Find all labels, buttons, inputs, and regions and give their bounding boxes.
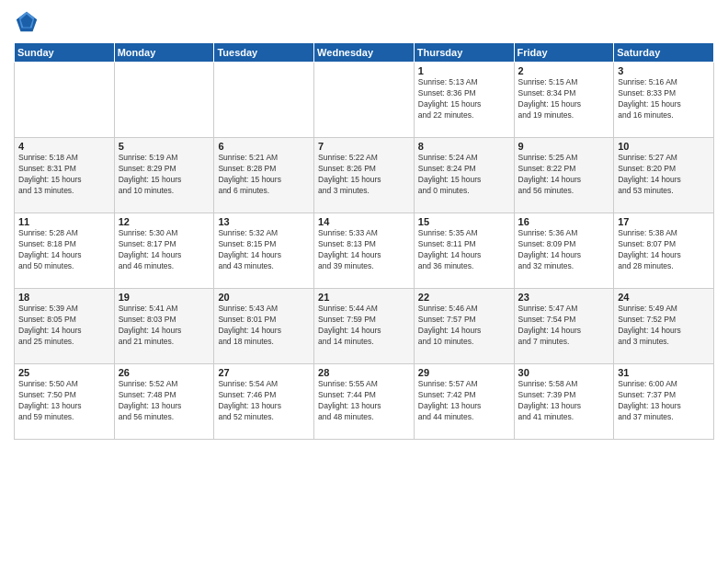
calendar-table: SundayMondayTuesdayWednesdayThursdayFrid… [14, 42, 714, 440]
day-info: Sunrise: 5:21 AM Sunset: 8:28 PM Dayligh… [218, 153, 310, 197]
day-info: Sunrise: 5:15 AM Sunset: 8:34 PM Dayligh… [518, 77, 610, 121]
calendar-cell: 13Sunrise: 5:32 AM Sunset: 8:15 PM Dayli… [214, 213, 314, 289]
day-info: Sunrise: 5:39 AM Sunset: 8:05 PM Dayligh… [18, 304, 110, 348]
calendar-cell: 29Sunrise: 5:57 AM Sunset: 7:42 PM Dayli… [414, 364, 514, 440]
calendar-cell: 15Sunrise: 5:35 AM Sunset: 8:11 PM Dayli… [414, 213, 514, 289]
weekday-header-monday: Monday [114, 43, 214, 63]
calendar-cell: 8Sunrise: 5:24 AM Sunset: 8:24 PM Daylig… [414, 138, 514, 213]
calendar-cell: 19Sunrise: 5:41 AM Sunset: 8:03 PM Dayli… [114, 289, 214, 364]
calendar-cell: 24Sunrise: 5:49 AM Sunset: 7:52 PM Dayli… [614, 289, 714, 364]
day-number: 31 [618, 367, 710, 378]
calendar-cell: 27Sunrise: 5:54 AM Sunset: 7:46 PM Dayli… [214, 364, 314, 440]
week-row-5: 25Sunrise: 5:50 AM Sunset: 7:50 PM Dayli… [15, 364, 714, 440]
day-number: 17 [618, 216, 710, 227]
day-info: Sunrise: 5:30 AM Sunset: 8:17 PM Dayligh… [119, 228, 210, 272]
week-row-1: 1Sunrise: 5:13 AM Sunset: 8:36 PM Daylig… [15, 63, 714, 138]
day-number: 5 [119, 141, 210, 152]
day-number: 24 [618, 292, 710, 303]
calendar-cell [214, 63, 314, 138]
calendar-cell [114, 63, 214, 138]
day-number: 22 [418, 292, 510, 303]
day-info: Sunrise: 5:28 AM Sunset: 8:18 PM Dayligh… [18, 228, 110, 272]
day-number: 18 [18, 292, 110, 303]
calendar-cell: 10Sunrise: 5:27 AM Sunset: 8:20 PM Dayli… [614, 138, 714, 213]
week-row-3: 11Sunrise: 5:28 AM Sunset: 8:18 PM Dayli… [15, 213, 714, 289]
weekday-header-wednesday: Wednesday [314, 43, 415, 63]
day-number: 23 [518, 292, 610, 303]
day-number: 21 [318, 292, 410, 303]
day-number: 2 [518, 65, 610, 76]
day-info: Sunrise: 5:58 AM Sunset: 7:39 PM Dayligh… [518, 379, 610, 423]
calendar-cell: 16Sunrise: 5:36 AM Sunset: 8:09 PM Dayli… [514, 213, 614, 289]
weekday-header-thursday: Thursday [414, 43, 514, 63]
day-info: Sunrise: 5:24 AM Sunset: 8:24 PM Dayligh… [418, 153, 510, 197]
day-number: 26 [119, 367, 210, 378]
day-info: Sunrise: 5:36 AM Sunset: 8:09 PM Dayligh… [518, 228, 610, 272]
day-info: Sunrise: 5:18 AM Sunset: 8:31 PM Dayligh… [18, 153, 110, 197]
day-info: Sunrise: 5:44 AM Sunset: 7:59 PM Dayligh… [318, 304, 410, 348]
header [14, 9, 714, 35]
calendar-cell: 4Sunrise: 5:18 AM Sunset: 8:31 PM Daylig… [15, 138, 115, 213]
day-number: 3 [618, 65, 710, 76]
day-number: 19 [119, 292, 210, 303]
logo [14, 9, 41, 35]
calendar-cell: 23Sunrise: 5:47 AM Sunset: 7:54 PM Dayli… [514, 289, 614, 364]
day-number: 12 [119, 216, 210, 227]
day-info: Sunrise: 5:43 AM Sunset: 8:01 PM Dayligh… [218, 304, 310, 348]
calendar-cell: 20Sunrise: 5:43 AM Sunset: 8:01 PM Dayli… [214, 289, 314, 364]
calendar-cell: 11Sunrise: 5:28 AM Sunset: 8:18 PM Dayli… [15, 213, 115, 289]
day-number: 14 [318, 216, 410, 227]
day-info: Sunrise: 5:38 AM Sunset: 8:07 PM Dayligh… [618, 228, 710, 272]
day-number: 28 [318, 367, 410, 378]
day-info: Sunrise: 5:50 AM Sunset: 7:50 PM Dayligh… [18, 379, 110, 423]
day-info: Sunrise: 5:46 AM Sunset: 7:57 PM Dayligh… [418, 304, 510, 348]
day-info: Sunrise: 5:49 AM Sunset: 7:52 PM Dayligh… [618, 304, 710, 348]
calendar-cell: 30Sunrise: 5:58 AM Sunset: 7:39 PM Dayli… [514, 364, 614, 440]
calendar-cell: 7Sunrise: 5:22 AM Sunset: 8:26 PM Daylig… [314, 138, 415, 213]
day-number: 11 [18, 216, 110, 227]
day-info: Sunrise: 5:57 AM Sunset: 7:42 PM Dayligh… [418, 379, 510, 423]
calendar-cell: 22Sunrise: 5:46 AM Sunset: 7:57 PM Dayli… [414, 289, 514, 364]
calendar-cell: 31Sunrise: 6:00 AM Sunset: 7:37 PM Dayli… [614, 364, 714, 440]
day-info: Sunrise: 5:22 AM Sunset: 8:26 PM Dayligh… [318, 153, 410, 197]
day-info: Sunrise: 6:00 AM Sunset: 7:37 PM Dayligh… [618, 379, 710, 423]
day-number: 9 [518, 141, 610, 152]
weekday-header-tuesday: Tuesday [214, 43, 314, 63]
logo-icon [14, 9, 40, 35]
day-number: 16 [518, 216, 610, 227]
day-number: 20 [218, 292, 310, 303]
weekday-header-saturday: Saturday [614, 43, 714, 63]
week-row-4: 18Sunrise: 5:39 AM Sunset: 8:05 PM Dayli… [15, 289, 714, 364]
day-info: Sunrise: 5:27 AM Sunset: 8:20 PM Dayligh… [618, 153, 710, 197]
calendar-cell [314, 63, 415, 138]
calendar-cell: 17Sunrise: 5:38 AM Sunset: 8:07 PM Dayli… [614, 213, 714, 289]
calendar-cell: 9Sunrise: 5:25 AM Sunset: 8:22 PM Daylig… [514, 138, 614, 213]
calendar-cell: 28Sunrise: 5:55 AM Sunset: 7:44 PM Dayli… [314, 364, 415, 440]
calendar-cell: 21Sunrise: 5:44 AM Sunset: 7:59 PM Dayli… [314, 289, 415, 364]
calendar-cell: 12Sunrise: 5:30 AM Sunset: 8:17 PM Dayli… [114, 213, 214, 289]
day-number: 10 [618, 141, 710, 152]
weekday-header-row: SundayMondayTuesdayWednesdayThursdayFrid… [15, 43, 714, 63]
day-info: Sunrise: 5:52 AM Sunset: 7:48 PM Dayligh… [119, 379, 210, 423]
day-info: Sunrise: 5:25 AM Sunset: 8:22 PM Dayligh… [518, 153, 610, 197]
calendar-cell: 6Sunrise: 5:21 AM Sunset: 8:28 PM Daylig… [214, 138, 314, 213]
day-number: 15 [418, 216, 510, 227]
day-info: Sunrise: 5:47 AM Sunset: 7:54 PM Dayligh… [518, 304, 610, 348]
day-info: Sunrise: 5:16 AM Sunset: 8:33 PM Dayligh… [618, 77, 710, 121]
day-number: 1 [418, 65, 510, 76]
calendar-cell: 2Sunrise: 5:15 AM Sunset: 8:34 PM Daylig… [514, 63, 614, 138]
day-info: Sunrise: 5:19 AM Sunset: 8:29 PM Dayligh… [119, 153, 210, 197]
day-number: 7 [318, 141, 410, 152]
day-info: Sunrise: 5:13 AM Sunset: 8:36 PM Dayligh… [418, 77, 510, 121]
week-row-2: 4Sunrise: 5:18 AM Sunset: 8:31 PM Daylig… [15, 138, 714, 213]
day-number: 4 [18, 141, 110, 152]
day-info: Sunrise: 5:41 AM Sunset: 8:03 PM Dayligh… [119, 304, 210, 348]
calendar-cell: 14Sunrise: 5:33 AM Sunset: 8:13 PM Dayli… [314, 213, 415, 289]
day-number: 25 [18, 367, 110, 378]
day-number: 6 [218, 141, 310, 152]
day-info: Sunrise: 5:55 AM Sunset: 7:44 PM Dayligh… [318, 379, 410, 423]
calendar-cell: 25Sunrise: 5:50 AM Sunset: 7:50 PM Dayli… [15, 364, 115, 440]
weekday-header-friday: Friday [514, 43, 614, 63]
day-info: Sunrise: 5:54 AM Sunset: 7:46 PM Dayligh… [218, 379, 310, 423]
day-number: 29 [418, 367, 510, 378]
